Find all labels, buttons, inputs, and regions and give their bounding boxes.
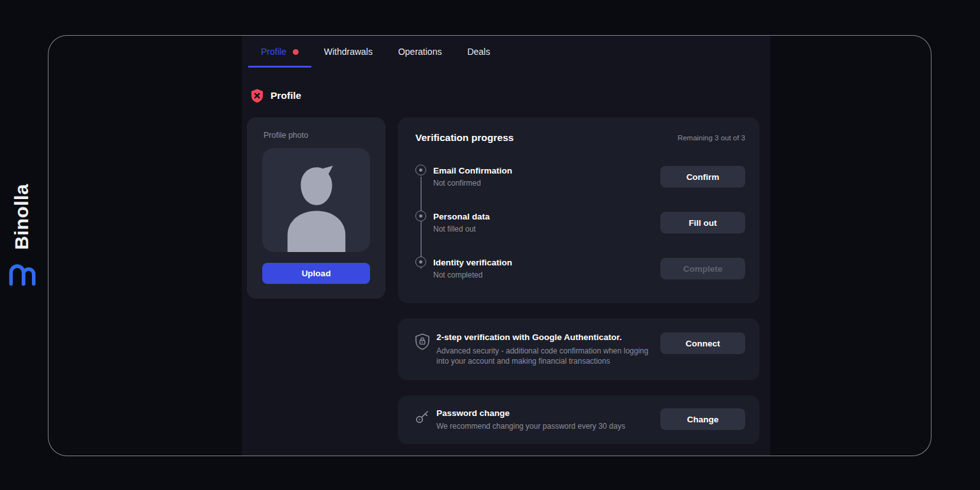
tab-operations-label: Operations: [398, 47, 442, 57]
two-step-title: 2-step verification with Google Authenti…: [436, 332, 651, 342]
password-change-card: Password change We recommend changing yo…: [398, 396, 759, 444]
two-step-verification-card: 2-step verification with Google Authenti…: [398, 318, 759, 380]
upload-button[interactable]: Upload: [262, 263, 370, 284]
verification-steps: Email Confirmation Not confirmed Confirm…: [415, 159, 745, 286]
main-panel: Profile Withdrawals Operations Deals: [48, 35, 932, 456]
step-marker-icon: [415, 256, 426, 267]
verification-progress-card: Verification progress Remaining 3 out of…: [398, 117, 759, 303]
verification-header: Verification progress Remaining 3 out of…: [415, 132, 745, 144]
binolla-logo-icon: [7, 260, 36, 287]
connect-button[interactable]: Connect: [660, 332, 745, 354]
key-icon: [415, 409, 430, 424]
password-title: Password change: [436, 408, 651, 418]
step-marker-icon: [415, 211, 426, 221]
tab-deals-label: Deals: [467, 47, 490, 57]
shield-lock-icon: [415, 333, 430, 350]
tab-profile[interactable]: Profile: [248, 39, 311, 68]
step-title: Email Confirmation: [433, 166, 512, 175]
cards-area: Profile photo Upload Verification progre…: [247, 117, 770, 444]
two-step-description: Advanced security - additional code conf…: [436, 346, 651, 366]
step-text: Identity verification Not completed: [433, 258, 512, 279]
content-column: Profile Withdrawals Operations Deals: [242, 36, 770, 456]
step-personal-data: Personal data Not filled out Fill out: [415, 205, 745, 241]
complete-button[interactable]: Complete: [660, 258, 745, 279]
page: Binolla Profile Withdrawals Operations: [0, 0, 980, 490]
step-identity-verification: Identity verification Not completed Comp…: [415, 251, 745, 286]
step-status: Not completed: [433, 271, 512, 279]
fill-out-button[interactable]: Fill out: [660, 212, 745, 234]
password-text: Password change We recommend changing yo…: [436, 408, 660, 431]
shield-error-icon: [251, 89, 264, 103]
step-title: Identity verification: [433, 258, 512, 267]
tab-profile-label: Profile: [261, 47, 286, 57]
step-marker-icon: [415, 165, 426, 175]
brand-name: Binolla: [11, 184, 33, 250]
page-title: Profile: [271, 90, 301, 101]
avatar-placeholder: [262, 148, 370, 252]
step-text: Email Confirmation Not confirmed: [433, 166, 512, 188]
step-text: Personal data Not filled out: [433, 212, 490, 234]
confirm-button[interactable]: Confirm: [660, 166, 745, 188]
step-email-confirmation: Email Confirmation Not confirmed Confirm: [415, 159, 745, 195]
tab-operations[interactable]: Operations: [385, 39, 454, 68]
two-step-text: 2-step verification with Google Authenti…: [436, 332, 660, 366]
right-column: Verification progress Remaining 3 out of…: [398, 117, 759, 444]
remaining-counter: Remaining 3 out of 3: [678, 134, 745, 142]
profile-photo-label: Profile photo: [264, 131, 370, 140]
tab-deals[interactable]: Deals: [454, 39, 503, 68]
change-button[interactable]: Change: [660, 408, 745, 430]
verification-title: Verification progress: [415, 132, 514, 144]
tab-withdrawals[interactable]: Withdrawals: [311, 39, 385, 68]
tab-bar: Profile Withdrawals Operations Deals: [242, 39, 770, 68]
password-description: We recommend changing your password ever…: [436, 421, 651, 431]
step-title: Personal data: [433, 212, 490, 221]
step-status: Not filled out: [433, 225, 490, 234]
tab-withdrawals-label: Withdrawals: [324, 47, 373, 57]
brand: Binolla: [5, 184, 38, 287]
step-status: Not confirmed: [433, 179, 512, 188]
profile-photo-card: Profile photo Upload: [247, 117, 385, 299]
alert-dot-icon: [293, 49, 299, 55]
section-head: Profile: [251, 89, 770, 103]
person-silhouette-icon: [276, 158, 357, 252]
